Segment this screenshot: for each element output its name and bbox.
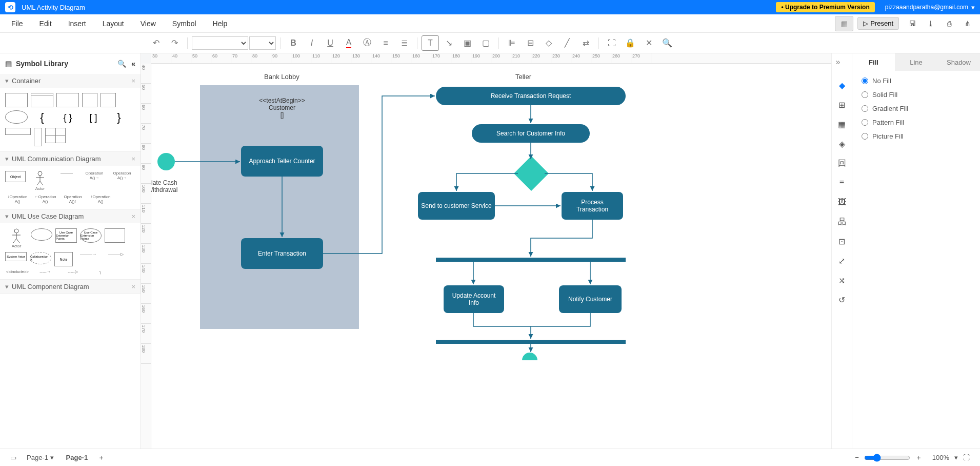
activity-process[interactable]: Process Transaction bbox=[562, 192, 623, 220]
initial-node[interactable] bbox=[157, 153, 175, 170]
arrow-style-icon[interactable]: ⇄ bbox=[577, 35, 594, 51]
italic-icon[interactable]: I bbox=[303, 35, 321, 51]
upgrade-button[interactable]: • Upgrade to Premium Version bbox=[776, 2, 874, 12]
present-button[interactable]: ▷Present bbox=[857, 17, 899, 30]
zoom-dropdown-icon[interactable]: ▾ bbox=[954, 454, 958, 461]
activity-send[interactable]: Send to customer Service bbox=[418, 192, 495, 220]
expand-panel-icon[interactable]: » bbox=[836, 57, 848, 70]
undo-icon[interactable]: ↶ bbox=[147, 35, 165, 51]
line-spacing-icon[interactable]: ≣ bbox=[395, 35, 413, 51]
shape-operation-u2[interactable]: ↑Operation A() bbox=[88, 195, 113, 204]
activity-enter[interactable]: Enter Transaction bbox=[241, 238, 323, 269]
font-family-select[interactable] bbox=[192, 36, 248, 50]
fullscreen-icon[interactable]: ⛶ bbox=[958, 454, 975, 461]
close-icon[interactable]: × bbox=[131, 212, 135, 220]
shape-brace-l[interactable]: { bbox=[31, 110, 53, 125]
zoom-in-icon[interactable]: ＋ bbox=[910, 453, 927, 462]
text-box-icon[interactable]: T bbox=[422, 35, 439, 51]
shape-ellipse[interactable] bbox=[5, 110, 28, 124]
print-icon[interactable]: ⎙ bbox=[940, 16, 958, 31]
data-tool-icon[interactable]: ≡ bbox=[836, 177, 848, 189]
shape-dash-open[interactable]: -----▷ bbox=[61, 269, 85, 274]
shape-container-rect-3[interactable] bbox=[56, 93, 79, 107]
distribute-icon[interactable]: ⊟ bbox=[522, 35, 539, 51]
activity-update[interactable]: Update Account Info bbox=[444, 285, 504, 313]
tab-line[interactable]: Line bbox=[895, 53, 937, 71]
activity-approach[interactable]: Approach Teller Counter bbox=[241, 146, 323, 177]
fill-option-pattern[interactable]: Pattern Fill bbox=[862, 119, 971, 126]
shape-arrow-open[interactable]: ———▷ bbox=[104, 252, 128, 266]
save-icon[interactable]: 🖫 bbox=[903, 16, 922, 31]
tools-icon[interactable]: ✕ bbox=[640, 35, 657, 51]
lib-head-communication[interactable]: ▾ UML Communication Diagram × bbox=[0, 152, 141, 166]
shape-brace-r[interactable]: } bbox=[108, 110, 130, 125]
fill-color-icon[interactable]: ◇ bbox=[540, 35, 557, 51]
final-node-partial[interactable] bbox=[522, 353, 537, 360]
shapes-tool-icon[interactable]: ▦ bbox=[836, 118, 848, 130]
lib-head-usecase[interactable]: ▾ UML Use Case Diagram × bbox=[0, 209, 141, 223]
share-icon[interactable]: ⋔ bbox=[958, 16, 977, 31]
activity-search[interactable]: Search for Customer Info bbox=[472, 124, 590, 143]
shape-uc-actor[interactable]: Actor bbox=[5, 228, 28, 249]
menu-insert[interactable]: Insert bbox=[60, 20, 94, 28]
zoom-out-icon[interactable]: − bbox=[850, 454, 864, 461]
shape-container-5[interactable] bbox=[101, 93, 116, 107]
image-tool-icon[interactable]: 🖼 bbox=[836, 196, 848, 208]
shape-column[interactable] bbox=[34, 128, 42, 146]
shape-operation-r[interactable]: Operation A()→ bbox=[82, 171, 107, 191]
close-icon[interactable]: × bbox=[131, 283, 135, 290]
crop-icon[interactable]: ⛶ bbox=[603, 35, 621, 51]
decision-node[interactable] bbox=[514, 156, 549, 191]
menu-edit[interactable]: Edit bbox=[31, 20, 60, 28]
font-color-icon[interactable]: A bbox=[340, 35, 357, 51]
highlight-icon[interactable]: Ⓐ bbox=[358, 35, 376, 51]
shape-container-rect-2[interactable] bbox=[31, 93, 53, 107]
shape-line[interactable]: ——— bbox=[54, 171, 79, 191]
send-back-icon[interactable]: ▢ bbox=[477, 35, 494, 51]
shape-operation-u[interactable]: Operation A()↑ bbox=[61, 195, 85, 204]
add-page-button[interactable]: ＋ bbox=[95, 452, 107, 464]
connector-icon[interactable]: ↘ bbox=[440, 35, 457, 51]
transform-tool-icon[interactable]: ⤢ bbox=[836, 255, 848, 267]
menu-file[interactable]: File bbox=[3, 20, 31, 28]
redo-icon[interactable]: ↷ bbox=[166, 35, 183, 51]
shape-brace-both[interactable]: { } bbox=[56, 110, 79, 125]
shape-container-rect[interactable] bbox=[5, 93, 28, 107]
shape-include[interactable]: <<include>> bbox=[5, 269, 30, 274]
shape-operation-d[interactable]: ↓Operation A() bbox=[5, 195, 30, 204]
bring-front-icon[interactable]: ▣ bbox=[458, 35, 476, 51]
shape-object[interactable]: Object bbox=[5, 171, 26, 182]
swimlane-box[interactable] bbox=[200, 85, 359, 329]
close-icon[interactable]: × bbox=[131, 155, 135, 163]
fork-bar-1[interactable] bbox=[436, 258, 626, 262]
bold-icon[interactable]: B bbox=[285, 35, 302, 51]
page-tab[interactable]: Page-1 bbox=[59, 454, 95, 461]
clipped-activity-label[interactable]: iate Cash /ithdrawal bbox=[151, 179, 182, 193]
underline-icon[interactable]: U bbox=[322, 35, 339, 51]
fill-option-nofill[interactable]: No Fill bbox=[862, 77, 971, 85]
shape-dash-arrow[interactable]: -----→ bbox=[33, 269, 57, 274]
tab-fill[interactable]: Fill bbox=[852, 53, 895, 71]
shape-note[interactable]: Note bbox=[54, 252, 73, 266]
collapse-sidebar-icon[interactable]: « bbox=[131, 60, 135, 68]
canvas-area[interactable]: 3040506070809010011012013014015016017018… bbox=[141, 53, 831, 449]
search-toolbar-icon[interactable]: 🔍 bbox=[658, 35, 676, 51]
shape-corner[interactable]: ┐ bbox=[88, 269, 113, 274]
activity-notify[interactable]: Notify Customer bbox=[559, 285, 622, 313]
shuffle-tool-icon[interactable]: ⤨ bbox=[836, 274, 848, 286]
fill-option-solid[interactable]: Solid Fill bbox=[862, 91, 971, 99]
text-tool-icon[interactable]: 回 bbox=[836, 157, 848, 169]
history-tool-icon[interactable]: ↺ bbox=[836, 294, 848, 306]
shape-bracket[interactable]: [ ] bbox=[82, 110, 105, 125]
user-email[interactable]: pizzaaandparatha@gmail.com bbox=[885, 4, 968, 11]
zoom-slider[interactable] bbox=[864, 454, 910, 462]
menu-symbol[interactable]: Symbol bbox=[164, 20, 205, 28]
fill-option-picture[interactable]: Picture Fill bbox=[862, 132, 971, 140]
activity-receive[interactable]: Receive Transaction Request bbox=[436, 87, 626, 105]
layout-tool-icon[interactable]: ⊞ bbox=[836, 99, 848, 111]
tab-shadow[interactable]: Shadow bbox=[937, 53, 980, 71]
menu-layout[interactable]: Layout bbox=[94, 20, 132, 28]
grid-tool-icon[interactable]: ⊡ bbox=[836, 235, 848, 247]
shape-container-4[interactable] bbox=[82, 93, 97, 107]
layers-tool-icon[interactable]: ◈ bbox=[836, 138, 848, 150]
